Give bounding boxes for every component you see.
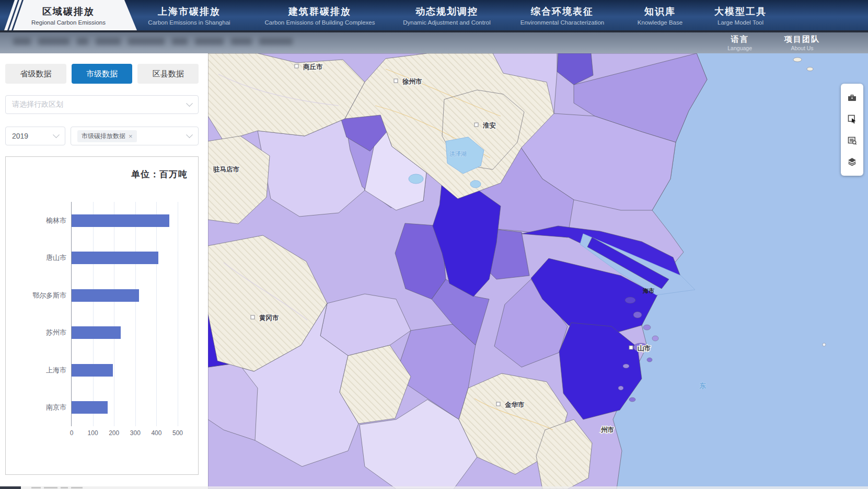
region-select[interactable]: 请选择行政区划 xyxy=(5,95,199,114)
tab-subtitle: Knowledge Base xyxy=(638,19,682,26)
city-marker xyxy=(394,79,398,83)
city-label: 山市 xyxy=(638,345,651,352)
city-marker xyxy=(295,64,298,68)
data-level-switch: 省级数据 市级数据 区县数据 xyxy=(5,64,199,84)
snapshot-icon[interactable] xyxy=(841,130,863,151)
island xyxy=(618,386,623,390)
tab-title: 区域碳排放 xyxy=(42,5,95,18)
tab-knowledge-base[interactable]: 知识库 Knowledge Base xyxy=(629,0,691,30)
island xyxy=(807,67,813,71)
tick-label: 300 xyxy=(130,429,141,437)
bar-suzhou xyxy=(72,326,121,339)
lake xyxy=(470,180,481,188)
category-label: 南京市 xyxy=(4,403,66,412)
island xyxy=(623,364,629,368)
bar-ordos xyxy=(72,289,139,302)
category-label: 榆林市 xyxy=(4,216,66,225)
tick-label: 100 xyxy=(88,429,98,437)
category-label: 苏州市 xyxy=(4,328,66,337)
city-label: 黄冈市 xyxy=(259,314,279,322)
island xyxy=(633,312,642,318)
tab-title: 综合环境表征 xyxy=(531,5,594,18)
language-button[interactable]: 语言 Language xyxy=(727,35,752,51)
chart-row: 鄂尔多斯市 xyxy=(72,277,187,314)
map-regions-svg: 商丘市 徐州市 淮安 驻马店市 黄冈市 金华市 山市 州市 东 洪泽湖 海市 xyxy=(208,53,868,489)
tab-title: 上海市碳排放 xyxy=(158,5,221,18)
city-marker xyxy=(629,346,633,349)
tick-label: 200 xyxy=(109,429,119,437)
chevron-down-icon xyxy=(53,131,60,138)
island xyxy=(793,58,802,62)
tab-regional-carbon[interactable]: 区域碳排放 Regional Carbon Emissions xyxy=(0,0,137,30)
tab-building-carbon[interactable]: 建筑群碳排放 Carbon Emissions of Building Comp… xyxy=(241,0,398,30)
chart-row: 苏州市 xyxy=(72,314,187,352)
tab-title: 大模型工具 xyxy=(714,5,767,18)
city-label: 淮安 xyxy=(482,122,496,129)
tag-close-icon[interactable]: × xyxy=(129,133,133,140)
secondary-bar: 语言 Language 项目团队 About Us xyxy=(0,30,868,53)
city-marker xyxy=(251,315,254,319)
island xyxy=(643,325,651,330)
toolbox-icon[interactable] xyxy=(841,87,863,108)
category-label: 唐山市 xyxy=(4,253,66,263)
tab-subtitle: Carbon Emissions of Building Complexes xyxy=(265,19,375,26)
choropleth-map-canvas[interactable]: 商丘市 徐州市 淮安 驻马店市 黄冈市 金华市 山市 州市 东 洪泽湖 海市 xyxy=(208,53,868,489)
tick-label: 0 xyxy=(70,429,74,437)
year-select-value: 2019 xyxy=(12,132,28,140)
tab-title: 建筑群碳排放 xyxy=(288,5,351,18)
county-data-button[interactable]: 区县数据 xyxy=(137,64,199,84)
tab-subtitle: Environmental Characterization xyxy=(520,19,604,26)
lake-label: 洪泽湖 xyxy=(449,151,467,157)
team-sublabel: About Us xyxy=(784,45,820,51)
map-attribution-strip xyxy=(208,486,868,489)
chevron-down-icon xyxy=(186,100,193,107)
dataset-select[interactable]: 市级碳排放数据 × xyxy=(71,127,199,145)
chart-row: 南京市 xyxy=(72,389,187,427)
region-select-placeholder: 请选择行政区划 xyxy=(12,100,63,109)
layers-icon[interactable] xyxy=(841,151,863,173)
city-label-fragment: 海市 xyxy=(642,288,654,294)
island xyxy=(647,358,652,362)
island xyxy=(625,297,635,303)
island xyxy=(652,336,658,341)
tab-environment[interactable]: 综合环境表征 Environmental Characterization xyxy=(495,0,629,30)
left-panel: 省级数据 市级数据 区县数据 请选择行政区划 2019 市级碳排放数据 × xyxy=(0,53,208,489)
island xyxy=(823,343,826,346)
tab-subtitle: Large Model Tool xyxy=(717,19,763,26)
language-label: 语言 xyxy=(727,35,752,44)
province-data-button[interactable]: 省级数据 xyxy=(5,64,66,84)
city-data-button[interactable]: 市级数据 xyxy=(72,64,133,84)
year-select[interactable]: 2019 xyxy=(5,127,65,145)
language-sublabel: Language xyxy=(727,45,752,51)
chart-row: 上海市 xyxy=(72,351,187,389)
app-root: 区域碳排放 Regional Carbon Emissions 上海市碳排放 C… xyxy=(0,0,868,489)
footer-fragment xyxy=(0,486,208,489)
tab-title: 知识库 xyxy=(644,5,676,18)
island xyxy=(629,397,635,402)
team-label: 项目团队 xyxy=(784,35,820,44)
tab-dynamic-control[interactable]: 动态规划调控 Dynamic Adjustment and Control xyxy=(398,0,495,30)
box-select-icon[interactable] xyxy=(841,108,863,130)
tab-subtitle: Dynamic Adjustment and Control xyxy=(403,19,490,26)
city-label: 驻马店市 xyxy=(213,166,240,173)
about-us-button[interactable]: 项目团队 About Us xyxy=(784,35,820,51)
main-nav: 区域碳排放 Regional Carbon Emissions 上海市碳排放 C… xyxy=(0,0,868,30)
bar-tangshan xyxy=(72,252,158,264)
city-label: 金华市 xyxy=(504,401,525,408)
bar-shanghai xyxy=(72,364,113,377)
tab-subtitle: Carbon Emissions in Shanghai xyxy=(148,19,230,26)
chart-row: 唐山市 xyxy=(72,240,187,277)
tab-title: 动态规划调控 xyxy=(415,5,478,18)
tab-subtitle: Regional Carbon Emissions xyxy=(31,19,106,26)
city-label: 徐州市 xyxy=(402,78,422,85)
map-toolbar xyxy=(841,84,863,176)
bar-chart-plot: 榆林市 唐山市 鄂尔多斯市 苏州市 xyxy=(71,202,187,426)
lake xyxy=(409,174,423,184)
tab-shanghai-carbon[interactable]: 上海市碳排放 Carbon Emissions in Shanghai xyxy=(137,0,241,30)
chart-row: 榆林市 xyxy=(72,202,187,240)
city-label: 州市 xyxy=(600,426,615,434)
city-label: 商丘市 xyxy=(303,63,323,71)
content-row: 省级数据 市级数据 区县数据 请选择行政区划 2019 市级碳排放数据 × xyxy=(0,53,868,489)
sea-label: 东 xyxy=(699,382,706,390)
tab-large-model[interactable]: 大模型工具 Large Model Tool xyxy=(691,0,790,30)
